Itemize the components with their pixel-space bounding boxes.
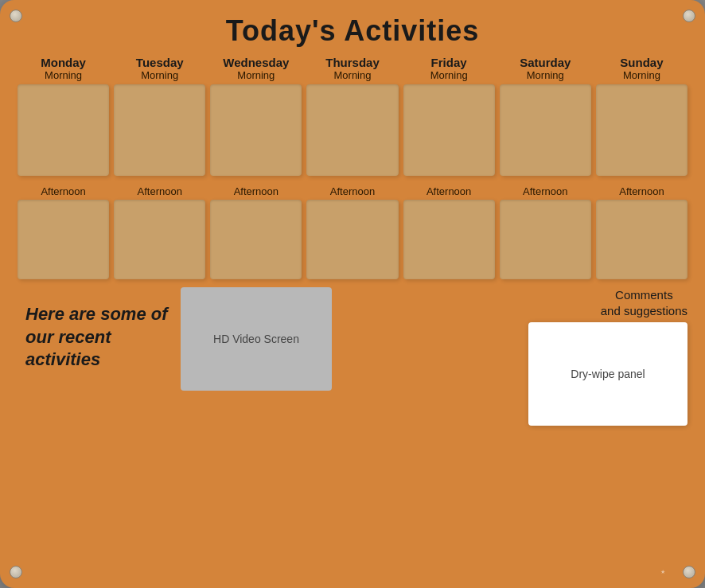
monday-name: Monday — [41, 56, 86, 69]
sunday-morning-cell — [596, 84, 687, 176]
monday-morning-cell — [18, 84, 109, 176]
saturday-morning-label: Morning — [520, 69, 571, 81]
screw-top-left — [10, 10, 22, 22]
monday-col: Monday Morning — [18, 56, 109, 176]
friday-morning-cell — [403, 84, 495, 176]
screw-bottom-left — [10, 566, 22, 578]
friday-morning-label: Morning — [430, 69, 468, 81]
right-panel: Commentsand suggestions Dry-wipe panel — [344, 287, 687, 426]
monday-afternoon-col: Afternoon — [18, 181, 109, 279]
screw-top-right — [683, 10, 695, 22]
friday-afternoon-label: Afternoon — [427, 185, 471, 197]
recent-activities-text: Here are some of our recent activities — [18, 287, 169, 372]
comments-label: Commentsand suggestions — [601, 287, 687, 318]
wednesday-header: Wednesday Morning — [223, 56, 289, 81]
wednesday-afternoon-col: Afternoon — [210, 181, 302, 279]
friday-name: Friday — [430, 56, 468, 69]
tuesday-afternoon-label: Afternoon — [138, 185, 182, 197]
tuesday-col: Tuesday Morning — [114, 56, 205, 176]
tuesday-afternoon-cell — [114, 200, 205, 279]
saturday-name: Saturday — [520, 56, 571, 69]
wednesday-afternoon-cell — [210, 200, 302, 279]
dry-wipe-label: Dry-wipe panel — [571, 368, 645, 380]
friday-afternoon-cell — [403, 200, 495, 279]
thursday-afternoon-col: Afternoon — [306, 181, 398, 279]
saturday-afternoon-col: Afternoon — [500, 181, 591, 279]
wednesday-name: Wednesday — [223, 56, 289, 69]
tuesday-afternoon-col: Afternoon — [114, 181, 205, 279]
afternoon-grid: Afternoon Afternoon Afternoon Afternoon … — [18, 181, 687, 279]
morning-grid: Monday Morning Tuesday Morning Wednesday… — [18, 56, 687, 176]
video-screen: HD Video Screen — [181, 287, 332, 391]
friday-header: Friday Morning — [430, 56, 468, 81]
tuesday-morning-cell — [114, 84, 205, 176]
monday-header: Monday Morning — [41, 56, 86, 81]
thursday-col: Thursday Morning — [306, 56, 398, 176]
activities-board: Today's Activities Monday Morning Tuesda… — [0, 0, 705, 588]
tuesday-name: Tuesday — [136, 56, 184, 69]
thursday-afternoon-cell — [306, 200, 398, 279]
saturday-morning-cell — [500, 84, 591, 176]
saturday-col: Saturday Morning — [500, 56, 591, 176]
monday-afternoon-label: Afternoon — [41, 185, 85, 197]
dry-wipe-panel: Dry-wipe panel — [528, 322, 687, 426]
tuesday-morning-label: Morning — [136, 69, 184, 81]
wednesday-morning-cell — [210, 84, 302, 176]
sunday-header: Sunday Morning — [620, 56, 663, 81]
thursday-name: Thursday — [325, 56, 380, 69]
wednesday-morning-label: Morning — [223, 69, 289, 81]
sunday-afternoon-label: Afternoon — [619, 185, 664, 197]
page-title: Today's Activities — [18, 14, 687, 48]
sunday-col: Sunday Morning — [596, 56, 687, 176]
bottom-section: Here are some of our recent activities H… — [18, 287, 687, 426]
thursday-morning-cell — [306, 84, 398, 176]
logo: ★ — [660, 569, 665, 575]
saturday-afternoon-cell — [500, 200, 591, 279]
saturday-header: Saturday Morning — [520, 56, 571, 81]
friday-col: Friday Morning — [403, 56, 495, 176]
saturday-afternoon-label: Afternoon — [523, 185, 567, 197]
thursday-morning-label: Morning — [325, 69, 380, 81]
monday-afternoon-cell — [18, 200, 109, 279]
thursday-header: Thursday Morning — [325, 56, 380, 81]
sunday-name: Sunday — [620, 56, 663, 69]
video-screen-label: HD Video Screen — [213, 333, 299, 345]
wednesday-afternoon-label: Afternoon — [234, 185, 278, 197]
sunday-afternoon-cell — [596, 200, 687, 279]
sunday-morning-label: Morning — [620, 69, 663, 81]
screw-bottom-right — [683, 566, 695, 578]
video-screen-container: HD Video Screen — [177, 287, 336, 391]
tuesday-header: Tuesday Morning — [136, 56, 184, 81]
sunday-afternoon-col: Afternoon — [596, 181, 687, 279]
thursday-afternoon-label: Afternoon — [330, 185, 375, 197]
monday-morning-label: Morning — [41, 69, 86, 81]
wednesday-col: Wednesday Morning — [210, 56, 302, 176]
friday-afternoon-col: Afternoon — [403, 181, 495, 279]
